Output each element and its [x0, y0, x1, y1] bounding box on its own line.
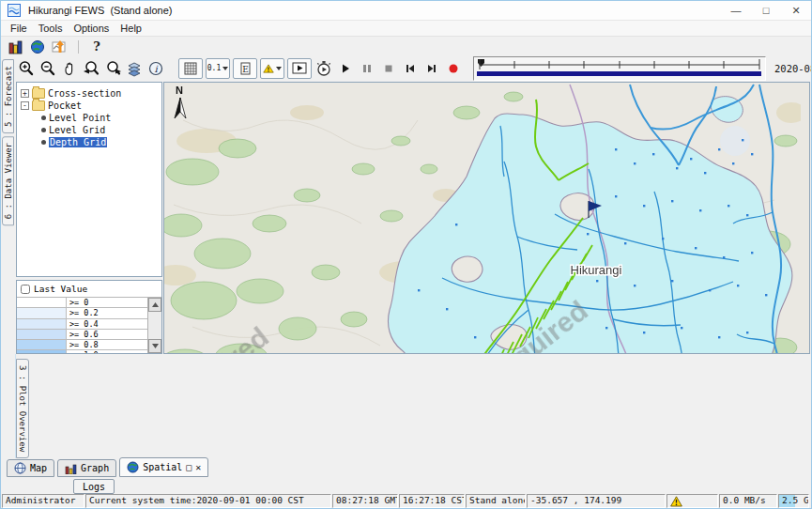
stop-button[interactable]	[379, 59, 398, 78]
tab-spatial[interactable]: Spatial □ ✕	[119, 457, 208, 477]
legend-label: >= 0.6	[67, 330, 147, 339]
map-view[interactable]: API Key Required API Key Required N	[163, 82, 810, 354]
main-toolbar: ?	[1, 37, 811, 56]
expander-icon[interactable]: +	[21, 89, 29, 98]
tree-item-level-grid[interactable]: Level Grid	[41, 124, 161, 135]
status-user: Administrator	[2, 494, 84, 508]
bullet-icon	[41, 140, 46, 145]
scroll-down-icon[interactable]	[148, 339, 161, 353]
last-value-checkbox[interactable]	[21, 285, 30, 294]
last-value-label: Last Value	[34, 284, 87, 294]
status-gmt-time: 08:27:18 GMT	[332, 494, 398, 508]
title-bar: Hikurangi FEWS (Stand alone) — □ ✕	[1, 1, 811, 21]
tab-data-viewer[interactable]: 6 : Data Viewer	[2, 136, 14, 225]
skip-to-start-button[interactable]	[401, 59, 420, 78]
status-memory: 2.5 GB	[778, 494, 809, 508]
chevron-down-icon	[222, 67, 228, 70]
pause-button[interactable]	[358, 59, 376, 78]
legend-swatch	[17, 319, 67, 329]
legend-scrollbar[interactable]	[147, 298, 161, 353]
maximize-button[interactable]: □	[751, 1, 781, 20]
tab-forecast[interactable]: 5 : Forecast	[2, 59, 14, 133]
time-slider[interactable]	[473, 56, 766, 81]
contour-threshold-dropdown[interactable]: 0.1	[206, 58, 230, 79]
tab-map[interactable]: Map	[7, 459, 54, 477]
legend-rows: >= 0 >= 0.2 >= 0.4 >= 0.6 >= 0.8 >= 1.0 …	[17, 298, 147, 353]
svg-text:E: E	[242, 64, 249, 73]
spatial-toolbar: i 0.1 E	[15, 54, 810, 82]
pan-hand-icon[interactable]	[60, 59, 79, 78]
logs-button[interactable]: Logs	[73, 479, 115, 494]
tab-plot-overview[interactable]: 3 : Plot Overview	[16, 359, 29, 458]
menu-options[interactable]: Options	[68, 23, 115, 34]
skip-to-end-button[interactable]	[422, 59, 441, 78]
help-button[interactable]: ?	[88, 39, 105, 54]
timeseries-chart-icon[interactable]	[52, 39, 69, 54]
tree-item-level-point[interactable]: Level Point	[41, 112, 161, 123]
elevation-labels-button[interactable]: E	[233, 58, 257, 79]
panel-close-button[interactable]: ✕	[195, 463, 201, 472]
legend-row: >= 0.6	[17, 330, 147, 340]
menu-help[interactable]: Help	[115, 23, 147, 34]
close-button[interactable]: ✕	[781, 1, 811, 20]
play-button[interactable]	[336, 59, 355, 78]
layers-icon[interactable]	[125, 59, 144, 78]
menu-file[interactable]: File	[5, 23, 33, 34]
zoom-previous-icon[interactable]	[82, 59, 100, 78]
legend-swatch	[17, 308, 67, 317]
animation-movie-button[interactable]	[287, 58, 312, 79]
town-label: Hikurangi	[571, 263, 622, 277]
wire-globe-icon	[14, 462, 26, 474]
expander-icon[interactable]: -	[21, 101, 29, 110]
threshold-value: 0.1	[207, 64, 221, 72]
info-icon[interactable]: i	[146, 59, 165, 78]
map-globe-icon[interactable]	[29, 39, 46, 54]
left-tab-strip: 5 : Forecast 6 : Data Viewer	[2, 54, 15, 458]
record-button[interactable]	[444, 59, 463, 78]
menu-tools[interactable]: Tools	[33, 23, 69, 34]
toolbar-separator	[78, 40, 79, 54]
tree-item-depth-grid[interactable]: Depth Grid	[41, 136, 161, 147]
minimize-button[interactable]: —	[721, 1, 751, 20]
tab-graph[interactable]: Graph	[57, 459, 116, 477]
zoom-in-icon[interactable]	[17, 59, 36, 78]
explorer-bars-icon[interactable]	[7, 39, 23, 54]
legend-row: >= 0.4	[17, 319, 147, 330]
status-system-time: Current system time:2020-09-01 00:00 CST	[85, 494, 331, 508]
globe-icon	[127, 461, 139, 473]
bullet-icon	[41, 128, 46, 132]
legend-label: >= 0.4	[67, 319, 147, 329]
panel-maximize-button[interactable]: □	[186, 463, 192, 472]
layer-tree: + Cross-section - Pocket Level Point	[16, 82, 162, 277]
legend-panel: Last Value >= 0 >= 0.2 >= 0.4 >= 0.6 >= …	[16, 280, 162, 354]
folder-icon	[32, 100, 45, 111]
warning-thresholds-dropdown[interactable]	[260, 58, 284, 79]
tree-item-cross-section[interactable]: + Cross-section	[21, 87, 161, 99]
status-mode: Stand alone	[466, 494, 526, 508]
window-title: Hikurangi FEWS (Stand alone)	[28, 5, 172, 16]
tree-item-pocket[interactable]: - Pocket	[21, 100, 161, 111]
status-local-time: 16:27:18 CST	[399, 494, 465, 508]
zoom-next-icon[interactable]	[103, 59, 122, 78]
folder-icon	[32, 88, 45, 99]
scroll-up-icon[interactable]	[148, 298, 161, 312]
display-tabs: Map Graph Spatial □ ✕	[2, 458, 810, 477]
bullet-icon	[41, 116, 46, 120]
bar-chart-icon	[65, 463, 77, 474]
legend-label: >= 0.8	[67, 340, 147, 349]
legend-row: >= 0	[17, 298, 147, 308]
legend-row: >= 0.8	[17, 340, 147, 350]
svg-text:N: N	[176, 85, 183, 96]
grid-toggle-button[interactable]	[178, 58, 203, 79]
legend-swatch	[17, 350, 67, 352]
left-panel: + Cross-section - Pocket Level Point	[15, 82, 163, 354]
app-logo-icon	[6, 3, 23, 19]
zoom-out-icon[interactable]	[38, 59, 57, 78]
legend-label: >= 0	[67, 298, 147, 307]
animation-timer-icon[interactable]	[314, 59, 333, 78]
main-area: 5 : Forecast 6 : Data Viewer	[2, 54, 810, 458]
status-network: 0.0 MB/s	[719, 494, 777, 508]
legend-swatch	[17, 330, 67, 339]
menu-bar: File Tools Options Help	[1, 21, 811, 37]
map-canvas: API Key Required API Key Required N	[164, 83, 801, 354]
